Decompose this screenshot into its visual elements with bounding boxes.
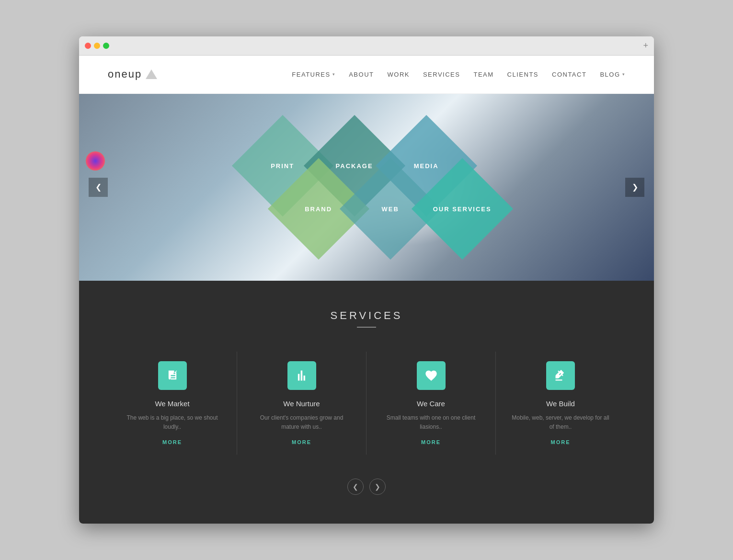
browser-toolbar: + [79,36,654,56]
new-tab-button[interactable]: + [643,41,648,51]
care-icon [417,361,446,390]
service-market: We Market The web is a big place, so we … [108,352,237,455]
traffic-lights [85,43,109,49]
services-pagination: ❮ ❯ [108,474,625,504]
care-name: We Care [381,400,481,408]
service-care: We Care Small teams with one on one clie… [366,352,496,455]
services-title: SERVICES [108,309,625,322]
nav-clients[interactable]: CLIENTS [507,71,538,78]
nav-services[interactable]: SERVICES [423,71,460,78]
care-desc: Small teams with one on one client liasi… [381,413,481,432]
nurture-icon [287,361,316,390]
logo-text: oneup [108,68,142,80]
build-desc: Mobile, web, server, we develop for all … [510,413,611,432]
market-desc: The web is a big place, so we shout loud… [122,413,222,432]
market-name: We Market [122,400,222,408]
build-icon [546,361,575,390]
market-more-link[interactable]: MORE [122,439,222,445]
diamond-grid: PRINT PACKAGE MEDIA BRAND WEB OUR SERVIC… [232,120,501,254]
hero-section: ❮ ❯ PRINT PACKAGE MEDIA BRAND WEB OUR SE… [79,94,654,281]
chevron-down-icon: ▾ [332,72,336,77]
build-name: We Build [510,400,611,408]
care-more-link[interactable]: MORE [381,439,481,445]
market-icon [158,361,187,390]
slider-prev-button[interactable]: ❮ [89,178,108,197]
nav-work[interactable]: WORK [388,71,410,78]
nav-features[interactable]: FEATURES ▾ [292,71,335,78]
close-button[interactable] [85,43,91,49]
build-more-link[interactable]: MORE [510,439,611,445]
nav-about[interactable]: ABOUT [349,71,374,78]
svg-point-0 [168,377,171,379]
browser-window: + oneup FEATURES ▾ ABOUT WORK SERVICES T… [79,36,654,524]
maximize-button[interactable] [103,43,109,49]
services-next-button[interactable]: ❯ [369,479,386,495]
services-divider [357,327,376,328]
slider-next-button[interactable]: ❯ [625,178,644,197]
site-logo: oneup [108,68,157,80]
site-header: oneup FEATURES ▾ ABOUT WORK SERVICES TEA… [79,56,654,94]
nav-team[interactable]: TEAM [473,71,493,78]
nav-blog[interactable]: BLOG ▾ [600,71,625,78]
nurture-name: We Nurture [252,400,352,408]
minimize-button[interactable] [94,43,100,49]
nurture-desc: Our client's companies grow and mature w… [252,413,352,432]
service-build: We Build Mobile, web, server, we develop… [496,352,625,455]
services-prev-button[interactable]: ❮ [347,479,364,495]
nurture-more-link[interactable]: MORE [252,439,352,445]
nav-contact[interactable]: CONTACT [552,71,586,78]
service-nurture: We Nurture Our client's companies grow a… [237,352,366,455]
site-nav: FEATURES ▾ ABOUT WORK SERVICES TEAM CLIE… [292,71,625,78]
chevron-down-icon-blog: ▾ [622,72,626,77]
services-grid: We Market The web is a big place, so we … [108,352,625,455]
diamond-services-label: OUR SERVICES [426,205,498,212]
services-section: SERVICES We Market The web is a big plac… [79,281,654,524]
mac-app-icon [86,151,105,171]
logo-triangle-icon [146,69,157,79]
